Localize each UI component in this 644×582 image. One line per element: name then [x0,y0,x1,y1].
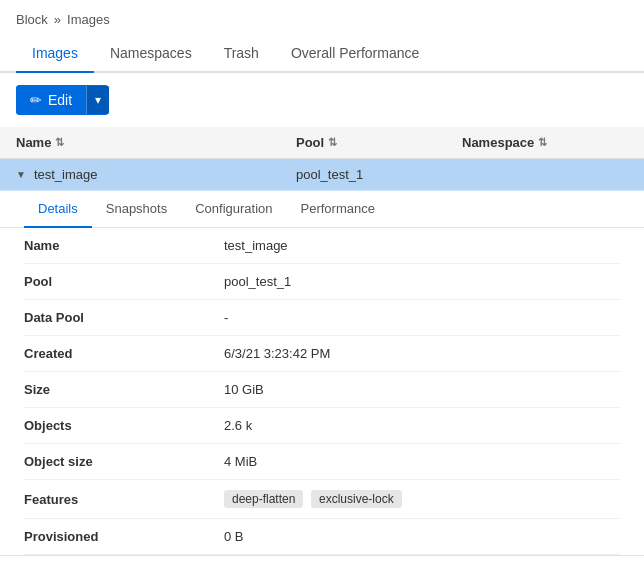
detail-row-name: Name test_image [24,228,620,264]
breadcrumb-root[interactable]: Block [16,12,48,27]
detail-label-created: Created [24,346,224,361]
tab-namespaces[interactable]: Namespaces [94,35,208,73]
detail-label-datapool: Data Pool [24,310,224,325]
col-header-pool[interactable]: Pool ⇅ [296,135,462,150]
col-pool-label: Pool [296,135,324,150]
edit-button[interactable]: ✏ Edit ▾ [16,85,109,115]
detail-label-size: Size [24,382,224,397]
col-header-name[interactable]: Name ⇅ [16,135,296,150]
edit-button-main[interactable]: ✏ Edit [16,85,86,115]
breadcrumb: Block » Images [0,0,644,35]
detail-label-features: Features [24,492,224,507]
col-name-sort-icon: ⇅ [55,136,64,149]
edit-icon: ✏ [30,92,42,108]
detail-value-provisioned: 0 B [224,529,620,544]
col-header-namespace[interactable]: Namespace ⇅ [462,135,628,150]
badge-deep-flatten: deep-flatten [224,490,303,508]
row-cell-pool: pool_test_1 [296,167,462,182]
col-pool-sort-icon: ⇅ [328,136,337,149]
row-chevron-icon[interactable]: ▼ [16,169,26,180]
table-header: Name ⇅ Pool ⇅ Namespace ⇅ [0,127,644,159]
edit-label: Edit [48,92,72,108]
breadcrumb-separator: » [54,12,61,27]
detail-value-objectsize: 4 MiB [224,454,620,469]
col-name-label: Name [16,135,51,150]
detail-value-features: deep-flatten exclusive-lock [224,490,620,508]
detail-row-datapool: Data Pool - [24,300,620,336]
badge-exclusive-lock: exclusive-lock [311,490,402,508]
detail-panel: Details Snapshots Configuration Performa… [0,191,644,556]
detail-tab-performance[interactable]: Performance [287,191,389,228]
detail-value-objects: 2.6 k [224,418,620,433]
detail-row-features: Features deep-flatten exclusive-lock [24,480,620,519]
detail-tab-snapshots[interactable]: Snapshots [92,191,181,228]
detail-value-size: 10 GiB [224,382,620,397]
detail-value-created: 6/3/21 3:23:42 PM [224,346,620,361]
detail-tab-details[interactable]: Details [24,191,92,228]
detail-row-pool: Pool pool_test_1 [24,264,620,300]
detail-value-datapool: - [224,310,620,325]
detail-label-pool: Pool [24,274,224,289]
tab-trash[interactable]: Trash [208,35,275,73]
col-namespace-sort-icon: ⇅ [538,136,547,149]
col-namespace-label: Namespace [462,135,534,150]
detail-tabs: Details Snapshots Configuration Performa… [0,191,644,228]
detail-row-provisioned: Provisioned 0 B [24,519,620,555]
detail-value-pool: pool_test_1 [224,274,620,289]
detail-label-provisioned: Provisioned [24,529,224,544]
detail-row-size: Size 10 GiB [24,372,620,408]
table-row[interactable]: ▼ test_image pool_test_1 [0,159,644,191]
row-cell-name: ▼ test_image [16,167,296,182]
detail-label-objects: Objects [24,418,224,433]
breadcrumb-current: Images [67,12,110,27]
toolbar: ✏ Edit ▾ [0,73,644,127]
details-table: Name test_image Pool pool_test_1 Data Po… [0,228,644,555]
edit-dropdown-arrow[interactable]: ▾ [86,86,109,114]
row-name-value: test_image [34,167,98,182]
detail-tab-configuration[interactable]: Configuration [181,191,286,228]
detail-label-objectsize: Object size [24,454,224,469]
tab-overall-performance[interactable]: Overall Performance [275,35,435,73]
detail-label-name: Name [24,238,224,253]
detail-row-objectsize: Object size 4 MiB [24,444,620,480]
detail-value-name: test_image [224,238,620,253]
main-tabs: Images Namespaces Trash Overall Performa… [0,35,644,73]
detail-row-created: Created 6/3/21 3:23:42 PM [24,336,620,372]
detail-row-objects: Objects 2.6 k [24,408,620,444]
tab-images[interactable]: Images [16,35,94,73]
